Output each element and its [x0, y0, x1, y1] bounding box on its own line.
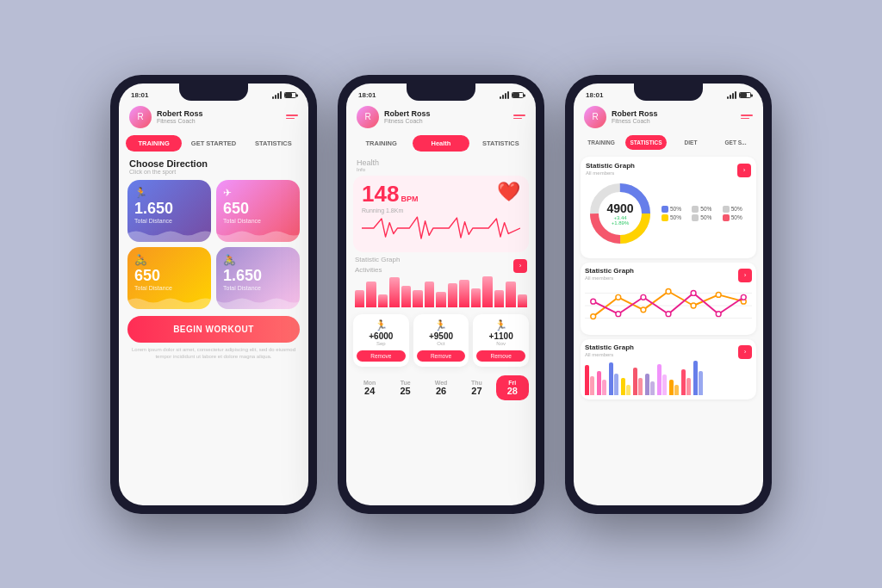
signal-1: [272, 91, 282, 99]
phones-container: 18:01 R Robert Ross Fitness Coach: [76, 40, 806, 548]
sport-num-2: 650: [134, 268, 204, 283]
donut-chart: 4900 +3.44 +1.89%: [586, 179, 655, 248]
remove-btn-1[interactable]: Remove: [417, 350, 466, 362]
workout-stat-1: +9500: [417, 331, 466, 341]
tab-getstarted-1[interactable]: GET STARTED: [185, 135, 241, 152]
signal-2: [500, 91, 509, 99]
profile-name-1: Robert Ross: [157, 109, 281, 118]
workout-stat-sub-1: Oct: [417, 341, 466, 346]
svg-point-16: [641, 294, 646, 300]
cal-day-1[interactable]: Tue 25: [388, 375, 421, 400]
remove-btn-0[interactable]: Remove: [357, 350, 406, 362]
sport-lbl-3: Total Distance: [223, 285, 293, 291]
svg-point-10: [666, 288, 671, 294]
donut-title: Statistic Graph: [586, 162, 635, 170]
donut-section: 4900 +3.44 +1.89% 50% 50% 50% 50% 50% 50…: [586, 179, 751, 248]
cal-day-4[interactable]: Fri 28: [496, 375, 529, 400]
workout-run-icon-1: 🏃: [417, 319, 466, 331]
svg-point-8: [616, 294, 621, 300]
workout-stat-sub-2: Nov: [476, 341, 525, 346]
profile-name-2: Robert Ross: [384, 109, 508, 118]
cal-day-3[interactable]: Thu 27: [460, 375, 493, 400]
cal-day-0[interactable]: Mon 24: [353, 375, 386, 400]
menu-icon-2[interactable]: [513, 115, 525, 119]
svg-point-9: [641, 306, 646, 312]
line-chart-title: Statistic Graph: [585, 267, 634, 275]
line-chart-svg: [585, 284, 752, 327]
tab-bar-1: TRAINING GET STARTED STATISTICS: [119, 132, 308, 155]
health-sub: Info: [357, 167, 525, 172]
menu-icon-1[interactable]: [286, 115, 298, 119]
svg-point-19: [716, 311, 721, 316]
sport-lbl-0: Total Distance: [134, 218, 204, 224]
sport-card-1[interactable]: ✈ 650 Total Distance: [216, 180, 300, 242]
cal-day-name-4: Fri: [498, 380, 527, 386]
tab-statistics-2[interactable]: STATISTICS: [473, 135, 529, 152]
bar-chart-arrow: ›: [738, 345, 752, 359]
tab-diet-3[interactable]: DIET: [670, 135, 711, 150]
tab-health-2[interactable]: Health: [413, 135, 469, 152]
begin-workout-button[interactable]: BEGIN WORKOUT: [127, 316, 300, 343]
tab-statistics-1[interactable]: STATISTICS: [245, 135, 301, 152]
avatar-1: R: [129, 106, 152, 128]
battery-3: [739, 92, 751, 98]
tab-statistics-3[interactable]: STATISTICS: [625, 135, 667, 150]
legend-grid: 50% 50% 50% 50% 50% 50%: [662, 206, 751, 221]
health-section: Health Info: [346, 155, 536, 176]
bar-chart-title: Statistic Graph: [585, 344, 634, 351]
cal-day-name-3: Thu: [462, 380, 491, 386]
workout-stat-2: +1100: [476, 331, 525, 341]
multibar-chart: [585, 361, 752, 395]
stats-content: Statistic Graph All members ›: [574, 153, 763, 505]
phone-3: 18:01 R Robert Ross Fitness Coach: [565, 75, 772, 514]
bar-chart-section: Statistic Graph All members ›: [581, 339, 756, 399]
profile-row-1: R Robert Ross Fitness Coach: [119, 102, 308, 132]
sport-num-3: 1.650: [223, 268, 293, 283]
line-chart-arrow: ›: [738, 269, 752, 282]
remove-btn-2[interactable]: Remove: [476, 350, 525, 362]
svg-point-11: [691, 303, 696, 308]
bpm-unit: BPM: [401, 195, 418, 203]
status-time-1: 18:01: [131, 91, 148, 99]
cal-day-num-2: 26: [426, 386, 456, 396]
workout-card-0: 🏃 +6000 Sep Remove: [353, 314, 409, 367]
workout-cards: 🏃 +6000 Sep Remove 🏃 +9500 Oct Remove 🏃 …: [346, 311, 536, 370]
cal-day-num-4: 28: [498, 386, 527, 396]
sport-card-2[interactable]: 🚴 650 Total Distance: [127, 247, 211, 309]
cal-day-num-0: 24: [355, 386, 384, 396]
sport-lbl-2: Total Distance: [134, 285, 204, 291]
stat-arrow: ›: [513, 259, 527, 273]
cal-day-name-2: Wed: [426, 380, 456, 386]
fly-icon: ✈: [223, 187, 293, 199]
cal-day-name-1: Tue: [390, 380, 419, 386]
section-title-1: Choose Direction: [119, 155, 308, 169]
profile-sub-1: Fitness Coach: [157, 118, 281, 124]
tab-training-2[interactable]: TRAINING: [353, 135, 409, 152]
avatar-2: R: [357, 106, 379, 128]
notch-3: [634, 84, 703, 101]
sport-lbl-1: Total Distance: [223, 218, 293, 224]
svg-point-15: [616, 311, 621, 316]
tab-training-1[interactable]: TRAINING: [126, 135, 182, 152]
sport-grid-1: 🏃 1.650 Total Distance ✈ 650 Total Dista…: [119, 180, 308, 309]
menu-icon-3[interactable]: [741, 115, 753, 119]
svg-point-17: [666, 311, 671, 316]
tab-gets-3[interactable]: GET S...: [715, 135, 756, 150]
notch-2: [407, 84, 475, 101]
heart-icon: ❤️: [497, 181, 520, 203]
cal-day-name-0: Mon: [355, 380, 384, 386]
stat-graph-sub: Activities: [355, 266, 400, 274]
section-sub-1: Click on the sport: [119, 169, 308, 180]
health-label: Health: [357, 158, 525, 167]
cal-day-num-1: 25: [390, 386, 419, 396]
cal-day-2[interactable]: Wed 26: [425, 375, 457, 400]
sport-num-1: 650: [223, 201, 293, 216]
sport-card-3[interactable]: 🚴 1.650 Total Distance: [216, 247, 300, 309]
workout-run-icon-2: 🏃: [476, 319, 525, 331]
bpm-number: 148: [362, 181, 399, 207]
profile-sub-2: Fitness Coach: [384, 118, 508, 124]
bike-icon-1: 🚴: [134, 254, 204, 266]
signal-3: [727, 91, 736, 99]
tab-training-3[interactable]: TRAINING: [581, 135, 622, 150]
sport-card-0[interactable]: 🏃 1.650 Total Distance: [127, 180, 211, 242]
